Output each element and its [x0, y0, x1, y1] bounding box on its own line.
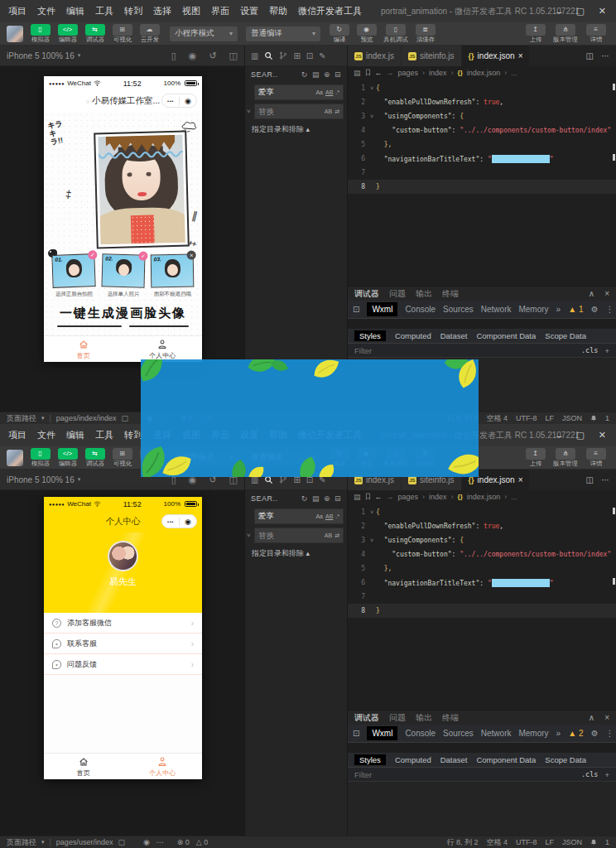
code-editor[interactable]: 1˅{ 2 "enablePullDownRefresh": true, 3˅ … — [348, 79, 616, 286]
fold-icon[interactable]: ˅ — [368, 85, 376, 92]
cloud-dev-button[interactable]: ☁云开发 — [136, 24, 163, 43]
devtools-tab-network[interactable]: Network — [481, 729, 512, 738]
tab-debugger[interactable]: 调试器 — [354, 288, 379, 300]
tab-debugger[interactable]: 调试器 — [354, 712, 379, 724]
simulator-button[interactable]: ▯模拟器 — [26, 24, 54, 43]
gear-icon[interactable]: ⚙ — [591, 729, 599, 738]
version-manage-button[interactable]: ⋔版本管理 — [549, 448, 582, 467]
add-style-icon[interactable]: + — [604, 770, 609, 779]
tab-problems[interactable]: 问题 — [389, 288, 406, 300]
close-tab-icon[interactable]: × — [518, 475, 523, 484]
source-control-icon[interactable] — [279, 51, 287, 60]
subtab-computed[interactable]: Computed — [395, 331, 431, 340]
filter-input[interactable] — [354, 346, 575, 355]
error-count[interactable]: ⊗ 0 — [177, 838, 190, 846]
close-panel-icon[interactable]: × — [604, 713, 609, 722]
menu-item-edit[interactable]: 编辑 — [66, 429, 84, 441]
warning-count[interactable]: △ 0 — [196, 838, 208, 846]
list-item-add-service-wechat[interactable]: ? 添加客服微信 › — [44, 613, 202, 634]
warning-badge[interactable]: ▲2 — [568, 729, 583, 738]
new-search-icon[interactable]: ⊕ — [324, 494, 330, 503]
menu-item-goto[interactable]: 转到 — [124, 429, 142, 441]
close-button[interactable]: ✕ — [599, 430, 606, 441]
exit-button[interactable]: ◉ — [185, 97, 191, 105]
subtab-component-data[interactable]: Component Data — [476, 331, 536, 340]
page-path-label[interactable]: 页面路径 — [7, 837, 36, 848]
whole-word-toggle[interactable]: AB — [325, 513, 333, 519]
more-options-icon[interactable]: ⋮ — [606, 305, 614, 314]
debugger-button[interactable]: ⇆调试器 — [81, 448, 108, 467]
visualization-button[interactable]: ⊞可视化 — [108, 448, 136, 467]
fold-icon[interactable]: ˅ — [368, 509, 376, 516]
split-editor-icon[interactable]: ◫ — [586, 51, 594, 60]
menu-item-settings[interactable]: 设置 — [240, 5, 258, 17]
expand-replace-icon[interactable]: ˅ — [247, 108, 254, 115]
breadcrumb[interactable]: index.json — [467, 493, 501, 501]
clear-results-icon[interactable]: ▤ — [312, 70, 320, 79]
close-button[interactable]: ✕ — [599, 6, 606, 17]
match-case-toggle[interactable]: Aa — [315, 89, 323, 95]
devtools-tab-memory[interactable]: Memory — [518, 729, 548, 738]
tab-terminal[interactable]: 终端 — [442, 712, 459, 724]
clear-cache-button[interactable]: ≣清缓存 — [411, 24, 439, 43]
copy-icon[interactable]: ▢ — [121, 414, 128, 422]
details-button[interactable]: ≡详情 — [582, 448, 609, 467]
tab-siteinfo-js[interactable]: JSsiteinfo.js — [402, 46, 462, 66]
details-button[interactable]: ≡详情 — [582, 24, 609, 43]
minimize-button[interactable]: – — [556, 431, 561, 441]
bell-icon[interactable] — [590, 839, 597, 846]
menu-item-goto[interactable]: 转到 — [124, 5, 142, 17]
collapse-panel-icon[interactable]: ∧ — [589, 289, 594, 298]
refresh-icon[interactable]: ↻ — [301, 494, 308, 503]
expand-replace-icon[interactable]: ˅ — [247, 532, 254, 539]
page-icon[interactable]: ⊡ — [306, 51, 313, 60]
cls-toggle[interactable]: .cls — [581, 346, 598, 354]
list-item-feedback[interactable]: • 问题反馈 › — [44, 654, 202, 675]
debugger-button[interactable]: ⇆调试器 — [81, 24, 108, 43]
back-icon[interactable]: ← — [375, 69, 383, 77]
refresh-icon[interactable]: ↻ — [301, 70, 308, 79]
split-editor-icon[interactable]: ◫ — [586, 475, 594, 484]
collapse-all-icon[interactable]: ⊟ — [334, 70, 341, 79]
devtools-tab-console[interactable]: Console — [405, 305, 436, 314]
inspect-icon[interactable]: ⊡ — [353, 305, 359, 314]
tab-problems[interactable]: 问题 — [389, 712, 406, 724]
page-path-value[interactable]: pages/index/index — [56, 414, 117, 422]
gear-icon[interactable]: ⚙ — [591, 305, 599, 314]
more-actions-icon[interactable]: ⋯ — [601, 475, 609, 484]
eol-setting[interactable]: LF — [545, 838, 554, 846]
forward-icon[interactable]: → — [387, 69, 394, 77]
minimize-button[interactable]: – — [556, 7, 561, 17]
compile-button[interactable]: ↻编译 — [325, 24, 353, 43]
search-scope-toggle[interactable]: 指定目录和排除 ▴ — [245, 545, 347, 562]
files-icon[interactable]: ▥ — [251, 51, 258, 60]
subtab-scope-data[interactable]: Scope Data — [545, 331, 586, 340]
device-debug-button[interactable]: ▯真机调试 — [380, 24, 411, 43]
eol-setting[interactable]: LF — [545, 414, 554, 422]
visualization-button[interactable]: ⊞可视化 — [108, 24, 136, 43]
replace-all-icon[interactable]: ⇄ — [334, 108, 339, 115]
breadcrumb[interactable]: pages — [398, 493, 419, 501]
devtools-tab-sources[interactable]: Sources — [443, 305, 474, 314]
back-icon[interactable]: ← — [375, 493, 383, 501]
page-path-value[interactable]: pages/user/index — [56, 838, 113, 846]
replace-input[interactable] — [258, 531, 322, 540]
subtab-scope-data[interactable]: Scope Data — [545, 755, 586, 764]
devtools-tab-memory[interactable]: Memory — [518, 305, 548, 314]
search-scope-toggle[interactable]: 指定目录和排除 ▴ — [245, 121, 347, 138]
clear-results-icon[interactable]: ▤ — [312, 494, 320, 503]
preserve-case-toggle[interactable]: AB — [325, 532, 332, 538]
profile-avatar[interactable] — [108, 541, 138, 571]
breadcrumb[interactable]: index — [429, 493, 447, 501]
warning-badge[interactable]: ▲1 — [568, 305, 583, 314]
fold-icon[interactable]: ˅ — [368, 537, 376, 544]
menu-item-view[interactable]: 视图 — [182, 5, 200, 17]
devtools-tab-wxml[interactable]: Wxml — [367, 302, 397, 316]
replace-input[interactable] — [258, 107, 322, 116]
multi-window-icon[interactable]: ◫ — [229, 51, 238, 61]
mode-dropdown[interactable]: 小程序模式▾ — [170, 26, 238, 41]
filter-input[interactable] — [354, 770, 575, 779]
inspect-icon[interactable]: ⊡ — [353, 729, 359, 738]
exit-button[interactable]: ◉ — [185, 518, 191, 526]
indent-setting[interactable]: 空格 4 — [486, 837, 508, 848]
